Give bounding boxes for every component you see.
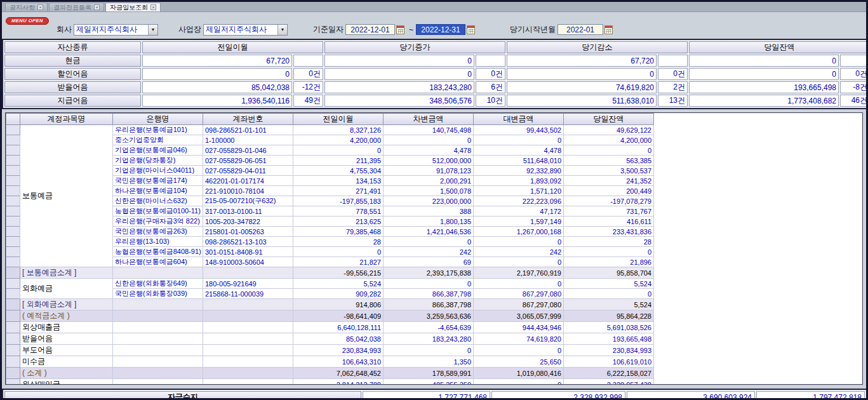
amount-cell[interactable]: 106,643,310 — [293, 356, 384, 368]
amount-cell[interactable]: 944,434,946 — [474, 322, 564, 333]
amount-cell[interactable]: 1,893,092 — [474, 176, 564, 186]
base-date-from-input[interactable] — [345, 24, 395, 35]
subtotal-label-cell[interactable]: [ 외화예금소계 ] — [20, 299, 113, 310]
company-select[interactable]: 제일저지주식회사 ▼ — [74, 24, 158, 36]
account-number-cell[interactable]: 1005-203-347822 — [203, 217, 293, 227]
amount-cell[interactable]: 106,619,010 — [564, 356, 654, 368]
close-icon[interactable]: × — [150, 4, 156, 10]
amount-cell[interactable]: 778,551 — [293, 206, 384, 217]
amount-cell[interactable]: 4,478 — [384, 145, 474, 156]
amount-cell[interactable]: -99,556,215 — [293, 267, 384, 279]
amount-cell[interactable]: 866,387,798 — [384, 289, 474, 299]
bank-name-cell[interactable]: 기업은행(보통예금046) — [113, 145, 203, 156]
subtotal-label-cell[interactable]: ( 소계 ) — [20, 368, 113, 379]
account-name-cell[interactable]: 받을어음 — [20, 333, 113, 345]
account-number-cell[interactable] — [203, 356, 293, 368]
amount-cell[interactable]: -4,654,639 — [384, 322, 474, 333]
row-selector[interactable] — [6, 279, 20, 289]
account-name-cell[interactable]: 미수금 — [20, 356, 113, 368]
amount-cell[interactable]: 230,834,993 — [564, 345, 654, 356]
amount-cell[interactable]: 2,000,291 — [384, 176, 474, 186]
amount-cell[interactable]: 49,629,122 — [564, 125, 654, 135]
account-name-cell[interactable]: 외상매입금 — [20, 379, 113, 385]
bank-name-cell[interactable]: 국민은행(외화통장039) — [113, 289, 203, 299]
bank-name-cell[interactable] — [113, 345, 203, 356]
amount-cell[interactable]: 140,745,498 — [384, 125, 474, 135]
amount-cell[interactable]: 271,491 — [293, 186, 384, 196]
amount-cell[interactable]: 21,827 — [293, 257, 384, 267]
row-selector[interactable] — [6, 247, 20, 257]
account-number-cell[interactable] — [203, 333, 293, 345]
base-date-to-input[interactable] — [416, 24, 465, 35]
amount-cell[interactable]: 2,328,957,438 — [564, 379, 654, 385]
bank-name-cell[interactable]: 우리은행(구매자금3억 822) — [113, 217, 203, 227]
amount-cell[interactable]: 0 — [474, 237, 564, 247]
account-number-cell[interactable]: 317-0013-0100-11 — [203, 206, 293, 217]
amount-cell[interactable]: 7,062,648,452 — [293, 368, 384, 379]
row-selector[interactable] — [6, 356, 20, 368]
amount-cell[interactable]: 485,255,350 — [384, 379, 474, 385]
bank-name-cell[interactable] — [113, 310, 203, 322]
amount-cell[interactable]: 867,297,080 — [474, 289, 564, 299]
tab-item[interactable]: 공지사항× — [5, 3, 48, 11]
amount-cell[interactable]: 211,395 — [293, 156, 384, 166]
amount-cell[interactable]: 0 — [384, 135, 474, 145]
row-selector[interactable] — [6, 176, 20, 186]
calendar-icon[interactable] — [396, 25, 404, 34]
amount-cell[interactable]: 95,858,704 — [564, 267, 654, 279]
subtotal-label-cell[interactable]: [ 보통예금소계 ] — [20, 267, 113, 279]
bank-name-cell[interactable] — [113, 299, 203, 310]
account-number-cell[interactable]: 027-055829-01-046 — [203, 145, 293, 156]
row-selector[interactable] — [6, 310, 20, 322]
amount-cell[interactable]: 0 — [564, 145, 654, 156]
amount-cell[interactable]: 4,478 — [474, 145, 564, 156]
amount-cell[interactable]: 4,200,000 — [293, 135, 384, 145]
amount-cell[interactable]: 731,767 — [564, 206, 654, 217]
row-selector[interactable] — [6, 267, 20, 279]
amount-cell[interactable]: 6,640,128,111 — [293, 322, 384, 333]
amount-cell[interactable]: -98,641,409 — [293, 310, 384, 322]
amount-cell[interactable]: 0 — [474, 379, 564, 385]
bank-name-cell[interactable]: 기업은행(마이너스04011) — [113, 166, 203, 176]
amount-cell[interactable]: 230,834,993 — [293, 345, 384, 356]
amount-cell[interactable]: 0 — [474, 279, 564, 289]
account-number-cell[interactable]: 098-286521-13-103 — [203, 237, 293, 247]
tab-item[interactable]: 결의전표등록× — [49, 3, 104, 11]
account-number-cell[interactable] — [203, 345, 293, 356]
amount-cell[interactable]: 3,259,563,636 — [384, 310, 474, 322]
close-icon[interactable]: × — [94, 4, 100, 10]
chevron-down-icon[interactable]: ▼ — [277, 25, 287, 35]
account-number-cell[interactable]: 027-055829-04-011 — [203, 166, 293, 176]
amount-cell[interactable]: -197,078,279 — [564, 196, 654, 206]
amount-cell[interactable]: 8,327,126 — [293, 125, 384, 135]
bank-name-cell[interactable]: 우리은행(보통예금101) — [113, 125, 203, 135]
amount-cell[interactable]: 28 — [293, 237, 384, 247]
amount-cell[interactable]: 95,864,228 — [564, 310, 654, 322]
amount-cell[interactable]: 867,297,080 — [474, 299, 564, 310]
amount-cell[interactable]: 416,611 — [564, 217, 654, 227]
row-selector[interactable] — [6, 217, 20, 227]
amount-cell[interactable]: 79,385,468 — [293, 227, 384, 237]
amount-cell[interactable]: 1,350 — [384, 356, 474, 368]
row-selector[interactable] — [6, 186, 20, 196]
amount-cell[interactable]: 92,332,890 — [474, 166, 564, 176]
amount-cell[interactable]: 223,000,000 — [384, 196, 474, 206]
amount-cell[interactable]: 183,243,280 — [384, 333, 474, 345]
amount-cell[interactable]: 242 — [474, 247, 564, 257]
subtotal-label-cell[interactable]: ( 예적금소계 ) — [20, 310, 113, 322]
row-selector[interactable] — [6, 125, 20, 135]
row-selector[interactable] — [6, 299, 20, 310]
tab-item[interactable]: 자금일보조회× — [105, 3, 161, 11]
amount-cell[interactable]: 0 — [474, 345, 564, 356]
amount-cell[interactable]: 25,650 — [474, 356, 564, 368]
amount-cell[interactable]: 1,597,149 — [474, 217, 564, 227]
amount-cell[interactable]: 0 — [564, 247, 654, 257]
amount-cell[interactable]: 5,691,038,526 — [564, 322, 654, 333]
amount-cell[interactable]: 200,449 — [564, 186, 654, 196]
account-name-cell[interactable]: 외화예금 — [20, 279, 113, 299]
amount-cell[interactable]: 28 — [564, 237, 654, 247]
amount-cell[interactable]: 0 — [474, 135, 564, 145]
account-number-cell[interactable]: 180-005-921649 — [203, 279, 293, 289]
amount-cell[interactable]: 99,443,502 — [474, 125, 564, 135]
row-selector[interactable] — [6, 257, 20, 267]
